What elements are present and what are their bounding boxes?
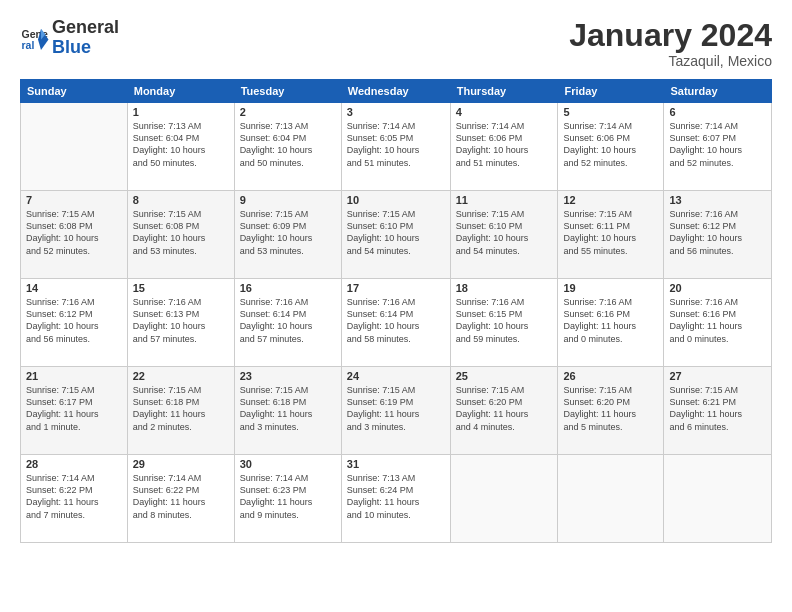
calendar-cell-w5-d5 — [450, 455, 558, 543]
day-number: 21 — [26, 370, 122, 382]
calendar-cell-w5-d1: 28Sunrise: 7:14 AM Sunset: 6:22 PM Dayli… — [21, 455, 128, 543]
day-info: Sunrise: 7:15 AM Sunset: 6:19 PM Dayligh… — [347, 384, 445, 433]
calendar-cell-w3-d5: 18Sunrise: 7:16 AM Sunset: 6:15 PM Dayli… — [450, 279, 558, 367]
day-number: 17 — [347, 282, 445, 294]
day-number: 23 — [240, 370, 336, 382]
calendar-cell-w1-d6: 5Sunrise: 7:14 AM Sunset: 6:06 PM Daylig… — [558, 103, 664, 191]
day-number: 11 — [456, 194, 553, 206]
day-info: Sunrise: 7:15 AM Sunset: 6:21 PM Dayligh… — [669, 384, 766, 433]
day-info: Sunrise: 7:14 AM Sunset: 6:05 PM Dayligh… — [347, 120, 445, 169]
day-info: Sunrise: 7:14 AM Sunset: 6:22 PM Dayligh… — [133, 472, 229, 521]
calendar-cell-w3-d7: 20Sunrise: 7:16 AM Sunset: 6:16 PM Dayli… — [664, 279, 772, 367]
logo-icon: Gene ral — [20, 23, 50, 53]
day-number: 28 — [26, 458, 122, 470]
calendar-cell-w1-d4: 3Sunrise: 7:14 AM Sunset: 6:05 PM Daylig… — [341, 103, 450, 191]
day-number: 14 — [26, 282, 122, 294]
day-info: Sunrise: 7:16 AM Sunset: 6:12 PM Dayligh… — [669, 208, 766, 257]
day-number: 8 — [133, 194, 229, 206]
day-number: 29 — [133, 458, 229, 470]
day-info: Sunrise: 7:15 AM Sunset: 6:10 PM Dayligh… — [456, 208, 553, 257]
day-info: Sunrise: 7:14 AM Sunset: 6:06 PM Dayligh… — [456, 120, 553, 169]
day-number: 16 — [240, 282, 336, 294]
day-number: 2 — [240, 106, 336, 118]
calendar-cell-w2-d4: 10Sunrise: 7:15 AM Sunset: 6:10 PM Dayli… — [341, 191, 450, 279]
calendar-cell-w3-d6: 19Sunrise: 7:16 AM Sunset: 6:16 PM Dayli… — [558, 279, 664, 367]
header-tuesday: Tuesday — [234, 80, 341, 103]
calendar-table: Sunday Monday Tuesday Wednesday Thursday… — [20, 79, 772, 543]
logo-text: General Blue — [52, 18, 119, 58]
calendar-cell-w5-d4: 31Sunrise: 7:13 AM Sunset: 6:24 PM Dayli… — [341, 455, 450, 543]
calendar-cell-w3-d4: 17Sunrise: 7:16 AM Sunset: 6:14 PM Dayli… — [341, 279, 450, 367]
day-info: Sunrise: 7:15 AM Sunset: 6:18 PM Dayligh… — [240, 384, 336, 433]
day-number: 31 — [347, 458, 445, 470]
day-number: 27 — [669, 370, 766, 382]
calendar-cell-w4-d3: 23Sunrise: 7:15 AM Sunset: 6:18 PM Dayli… — [234, 367, 341, 455]
calendar-cell-w1-d7: 6Sunrise: 7:14 AM Sunset: 6:07 PM Daylig… — [664, 103, 772, 191]
title-area: January 2024 Tazaquil, Mexico — [569, 18, 772, 69]
day-number: 6 — [669, 106, 766, 118]
day-info: Sunrise: 7:16 AM Sunset: 6:16 PM Dayligh… — [669, 296, 766, 345]
day-number: 20 — [669, 282, 766, 294]
svg-text:ral: ral — [22, 38, 35, 50]
header-sunday: Sunday — [21, 80, 128, 103]
calendar-cell-w2-d7: 13Sunrise: 7:16 AM Sunset: 6:12 PM Dayli… — [664, 191, 772, 279]
day-info: Sunrise: 7:16 AM Sunset: 6:12 PM Dayligh… — [26, 296, 122, 345]
day-number: 10 — [347, 194, 445, 206]
calendar-title: January 2024 — [569, 18, 772, 53]
logo: Gene ral General Blue — [20, 18, 119, 58]
day-info: Sunrise: 7:14 AM Sunset: 6:23 PM Dayligh… — [240, 472, 336, 521]
day-number: 13 — [669, 194, 766, 206]
calendar-cell-w2-d5: 11Sunrise: 7:15 AM Sunset: 6:10 PM Dayli… — [450, 191, 558, 279]
day-info: Sunrise: 7:13 AM Sunset: 6:04 PM Dayligh… — [240, 120, 336, 169]
calendar-week-4: 21Sunrise: 7:15 AM Sunset: 6:17 PM Dayli… — [21, 367, 772, 455]
day-info: Sunrise: 7:15 AM Sunset: 6:11 PM Dayligh… — [563, 208, 658, 257]
header-monday: Monday — [127, 80, 234, 103]
day-info: Sunrise: 7:14 AM Sunset: 6:22 PM Dayligh… — [26, 472, 122, 521]
calendar-cell-w2-d2: 8Sunrise: 7:15 AM Sunset: 6:08 PM Daylig… — [127, 191, 234, 279]
day-info: Sunrise: 7:14 AM Sunset: 6:07 PM Dayligh… — [669, 120, 766, 169]
calendar-week-5: 28Sunrise: 7:14 AM Sunset: 6:22 PM Dayli… — [21, 455, 772, 543]
day-info: Sunrise: 7:16 AM Sunset: 6:13 PM Dayligh… — [133, 296, 229, 345]
day-number: 3 — [347, 106, 445, 118]
day-number: 24 — [347, 370, 445, 382]
calendar-cell-w1-d3: 2Sunrise: 7:13 AM Sunset: 6:04 PM Daylig… — [234, 103, 341, 191]
calendar-cell-w4-d2: 22Sunrise: 7:15 AM Sunset: 6:18 PM Dayli… — [127, 367, 234, 455]
calendar-week-2: 7Sunrise: 7:15 AM Sunset: 6:08 PM Daylig… — [21, 191, 772, 279]
calendar-cell-w4-d6: 26Sunrise: 7:15 AM Sunset: 6:20 PM Dayli… — [558, 367, 664, 455]
calendar-cell-w5-d3: 30Sunrise: 7:14 AM Sunset: 6:23 PM Dayli… — [234, 455, 341, 543]
calendar-cell-w4-d4: 24Sunrise: 7:15 AM Sunset: 6:19 PM Dayli… — [341, 367, 450, 455]
header-saturday: Saturday — [664, 80, 772, 103]
calendar-cell-w5-d6 — [558, 455, 664, 543]
day-number: 30 — [240, 458, 336, 470]
day-info: Sunrise: 7:15 AM Sunset: 6:10 PM Dayligh… — [347, 208, 445, 257]
day-number: 19 — [563, 282, 658, 294]
day-info: Sunrise: 7:15 AM Sunset: 6:20 PM Dayligh… — [563, 384, 658, 433]
calendar-header-row: Sunday Monday Tuesday Wednesday Thursday… — [21, 80, 772, 103]
header: Gene ral General Blue January 2024 Tazaq… — [20, 18, 772, 69]
calendar-cell-w2-d3: 9Sunrise: 7:15 AM Sunset: 6:09 PM Daylig… — [234, 191, 341, 279]
day-info: Sunrise: 7:14 AM Sunset: 6:06 PM Dayligh… — [563, 120, 658, 169]
day-number: 4 — [456, 106, 553, 118]
calendar-cell-w2-d6: 12Sunrise: 7:15 AM Sunset: 6:11 PM Dayli… — [558, 191, 664, 279]
calendar-cell-w1-d5: 4Sunrise: 7:14 AM Sunset: 6:06 PM Daylig… — [450, 103, 558, 191]
day-number: 18 — [456, 282, 553, 294]
page: Gene ral General Blue January 2024 Tazaq… — [0, 0, 792, 612]
day-info: Sunrise: 7:16 AM Sunset: 6:15 PM Dayligh… — [456, 296, 553, 345]
day-number: 22 — [133, 370, 229, 382]
calendar-cell-w1-d1 — [21, 103, 128, 191]
header-wednesday: Wednesday — [341, 80, 450, 103]
calendar-subtitle: Tazaquil, Mexico — [569, 53, 772, 69]
day-info: Sunrise: 7:16 AM Sunset: 6:14 PM Dayligh… — [347, 296, 445, 345]
day-info: Sunrise: 7:15 AM Sunset: 6:20 PM Dayligh… — [456, 384, 553, 433]
day-number: 5 — [563, 106, 658, 118]
calendar-cell-w3-d1: 14Sunrise: 7:16 AM Sunset: 6:12 PM Dayli… — [21, 279, 128, 367]
day-number: 15 — [133, 282, 229, 294]
calendar-cell-w4-d1: 21Sunrise: 7:15 AM Sunset: 6:17 PM Dayli… — [21, 367, 128, 455]
calendar-week-3: 14Sunrise: 7:16 AM Sunset: 6:12 PM Dayli… — [21, 279, 772, 367]
day-info: Sunrise: 7:15 AM Sunset: 6:08 PM Dayligh… — [133, 208, 229, 257]
header-friday: Friday — [558, 80, 664, 103]
day-info: Sunrise: 7:16 AM Sunset: 6:14 PM Dayligh… — [240, 296, 336, 345]
calendar-cell-w4-d5: 25Sunrise: 7:15 AM Sunset: 6:20 PM Dayli… — [450, 367, 558, 455]
header-thursday: Thursday — [450, 80, 558, 103]
calendar-cell-w2-d1: 7Sunrise: 7:15 AM Sunset: 6:08 PM Daylig… — [21, 191, 128, 279]
